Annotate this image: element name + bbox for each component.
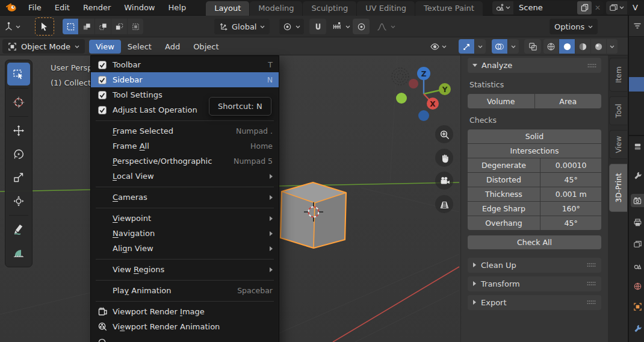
view-menu-item-perspective-orthographic[interactable]: Perspective/OrthographicNumpad 5 bbox=[91, 154, 279, 169]
blender-logo-icon[interactable] bbox=[5, 3, 17, 12]
pivot-point-dropdown[interactable] bbox=[279, 16, 304, 37]
shading-material-button[interactable] bbox=[575, 39, 590, 54]
select-mode-button-1[interactable] bbox=[79, 19, 94, 34]
mode-dropdown[interactable]: Object Mode bbox=[2, 37, 85, 55]
view-menu-item-view-regions[interactable]: View Regions bbox=[91, 262, 279, 277]
view-menu-item-viewpoint[interactable]: Viewpoint bbox=[91, 211, 279, 226]
menu-view[interactable]: View bbox=[89, 40, 121, 54]
shading-dropdown[interactable] bbox=[607, 39, 618, 54]
check-all-button[interactable]: Check All bbox=[468, 235, 601, 249]
check-row-label[interactable]: Degenerate bbox=[468, 158, 540, 172]
menu-object[interactable]: Object bbox=[187, 40, 225, 54]
transform-tool[interactable] bbox=[7, 190, 30, 213]
camera-view-button[interactable] bbox=[435, 172, 453, 190]
rotate-tool[interactable] bbox=[7, 143, 30, 166]
view-menu-item-align-view[interactable]: Align View bbox=[91, 241, 279, 256]
object-icon[interactable] bbox=[631, 300, 644, 313]
check-row-value[interactable]: 45° bbox=[540, 216, 601, 230]
snap-settings-dropdown[interactable] bbox=[329, 16, 354, 37]
panel-header-clean-up[interactable]: Clean Up bbox=[468, 258, 601, 273]
pan-hand-button[interactable] bbox=[435, 149, 453, 167]
select-mode-button-2[interactable] bbox=[95, 19, 111, 34]
options-dropdown[interactable]: Options bbox=[550, 16, 598, 37]
proportional-editing-button[interactable] bbox=[353, 16, 370, 37]
modifier-icon[interactable] bbox=[631, 322, 644, 335]
new-scene-button[interactable] bbox=[577, 1, 592, 14]
render-icon[interactable] bbox=[631, 194, 644, 207]
view-menu-item-play-animation[interactable]: Play AnimationSpacebar bbox=[91, 283, 279, 298]
gizmos-dropdown[interactable] bbox=[475, 39, 486, 54]
workspace-tab-sculpting[interactable]: Sculpting bbox=[303, 1, 356, 16]
show-gizmos-toggle[interactable] bbox=[459, 39, 474, 54]
show-hide-dropdown[interactable] bbox=[430, 37, 447, 55]
drag-grip-icon[interactable] bbox=[587, 281, 596, 286]
view-menu-item-partial[interactable] bbox=[91, 334, 279, 342]
cube-object[interactable] bbox=[280, 182, 346, 248]
show-overlays-toggle[interactable] bbox=[492, 39, 507, 54]
check-row-label[interactable]: Distorted bbox=[468, 173, 540, 187]
check-button-intersections[interactable]: Intersections bbox=[468, 144, 601, 158]
menu-select[interactable]: Select bbox=[121, 40, 158, 54]
select-mode-button-0[interactable] bbox=[63, 19, 78, 34]
scene-browse-button[interactable] bbox=[492, 1, 513, 14]
topbar-menu-help[interactable]: Help bbox=[162, 1, 193, 14]
analyze-panel-header[interactable]: Analyze bbox=[468, 58, 601, 73]
sidebar-tab-tool[interactable]: Tool bbox=[609, 96, 627, 125]
sidebar-tab-view[interactable]: View bbox=[609, 130, 627, 159]
sidebar-tab-item[interactable]: Item bbox=[609, 58, 627, 92]
select-mode-button-4[interactable] bbox=[128, 19, 143, 34]
workspace-tab-layout[interactable]: Layout bbox=[206, 1, 249, 16]
active-tool-button[interactable] bbox=[35, 16, 54, 37]
view-menu-item-viewport-render-animation[interactable]: Viewport Render Animation bbox=[91, 319, 279, 334]
measure-tool[interactable] bbox=[7, 241, 30, 264]
orthographic-grid-button[interactable] bbox=[435, 195, 453, 213]
workspace-tab-uv-editing[interactable]: UV Editing bbox=[357, 1, 415, 16]
box-select-tool[interactable] bbox=[7, 63, 30, 86]
topbar-menu-edit[interactable]: Edit bbox=[48, 1, 76, 14]
scene-icon[interactable] bbox=[631, 259, 644, 272]
topbar-menu-file[interactable]: File bbox=[22, 1, 48, 14]
stat-button-area[interactable]: Area bbox=[535, 94, 602, 108]
view-layer-icon[interactable] bbox=[631, 237, 644, 250]
topbar-menu-window[interactable]: Window bbox=[117, 1, 161, 14]
output-icon[interactable] bbox=[631, 216, 644, 229]
cursor-tool[interactable] bbox=[7, 91, 30, 114]
select-mode-button-3[interactable] bbox=[111, 19, 127, 34]
menu-add[interactable]: Add bbox=[158, 40, 187, 54]
view-menu-item-toolbar[interactable]: ToolbarT bbox=[91, 57, 279, 72]
sidebar-tab-3d-print[interactable]: 3D-Print bbox=[609, 164, 627, 212]
check-button-solid[interactable]: Solid bbox=[468, 129, 601, 143]
view-menu-item-frame-selected[interactable]: Frame SelectedNumpad . bbox=[91, 123, 279, 138]
shading-rendered-button[interactable] bbox=[591, 39, 606, 54]
outliner-selected-row[interactable] bbox=[629, 77, 644, 92]
check-row-label[interactable]: Overhang bbox=[468, 216, 540, 230]
falloff-dropdown[interactable] bbox=[373, 16, 399, 37]
view-menu-item-frame-all[interactable]: Frame AllHome bbox=[91, 138, 279, 154]
workspace-tab-modeling[interactable]: Modeling bbox=[250, 1, 302, 16]
panel-header-transform[interactable]: Transform bbox=[468, 276, 601, 291]
overlays-dropdown[interactable] bbox=[508, 39, 519, 54]
view-menu-item-local-view[interactable]: Local View bbox=[91, 169, 279, 184]
check-row-value[interactable]: 160° bbox=[540, 202, 601, 216]
editor-type-selector[interactable] bbox=[4, 16, 20, 37]
scene-name-field[interactable]: Scene ✕ bbox=[513, 1, 604, 14]
tool-icon[interactable] bbox=[631, 169, 644, 182]
zoom-button[interactable] bbox=[435, 125, 453, 143]
stat-button-volume[interactable]: Volume bbox=[468, 94, 534, 108]
view-menu-item-viewport-render-image[interactable]: Viewport Render Image bbox=[91, 304, 279, 319]
panel-header-export[interactable]: Export bbox=[468, 295, 601, 310]
view-menu-item-cameras[interactable]: Cameras bbox=[91, 190, 279, 205]
workspace-tab-texture-paint[interactable]: Texture Paint bbox=[415, 1, 483, 16]
check-row-value[interactable]: 0.00010 bbox=[540, 158, 601, 172]
annotate-tool[interactable] bbox=[7, 218, 30, 241]
check-row-value[interactable]: 0.001 m bbox=[540, 187, 601, 201]
view-menu-item-sidebar[interactable]: SidebarN bbox=[91, 72, 279, 87]
drag-grip-icon[interactable] bbox=[587, 63, 596, 68]
move-tool[interactable] bbox=[7, 119, 30, 142]
view-menu-item-navigation[interactable]: Navigation bbox=[91, 226, 279, 241]
xray-toggle[interactable] bbox=[524, 37, 541, 55]
scale-tool[interactable] bbox=[7, 166, 30, 189]
transform-orientation-dropdown[interactable]: Global bbox=[214, 16, 270, 37]
drag-grip-icon[interactable] bbox=[587, 300, 596, 305]
view-layer-browse-button[interactable] bbox=[606, 1, 627, 14]
